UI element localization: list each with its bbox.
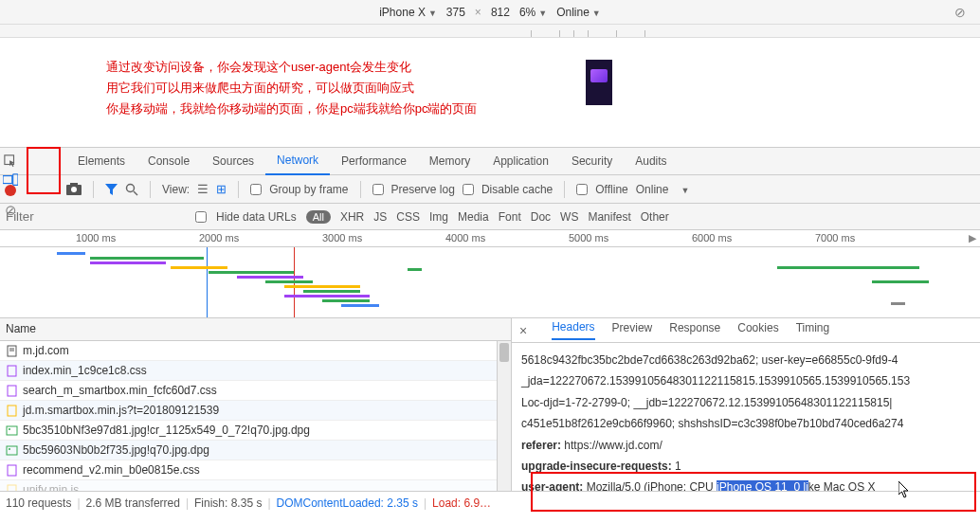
- css-icon: [6, 385, 18, 397]
- close-icon[interactable]: ×: [519, 323, 527, 338]
- img-icon: [6, 444, 18, 457]
- column-header-name[interactable]: Name: [0, 318, 511, 341]
- filter-css[interactable]: CSS: [396, 210, 420, 224]
- c451-line: c451e51b8f2612e9cb66f9960; shshshsID=c3c…: [521, 414, 971, 433]
- js-icon: [6, 484, 18, 492]
- list-view-icon[interactable]: ☰: [197, 182, 209, 196]
- group-by-frame-checkbox[interactable]: [250, 184, 262, 195]
- filter-media[interactable]: Media: [458, 210, 489, 224]
- record-button[interactable]: [5, 185, 16, 196]
- headers-body[interactable]: 5618c9432fbc35bc2bde7cd6638c263d92ba62; …: [512, 343, 980, 491]
- filter-all[interactable]: All: [306, 210, 331, 224]
- referer-line: referer: https://www.jd.com/: [521, 436, 971, 455]
- filter-manifest[interactable]: Manifest: [588, 210, 630, 224]
- viewport-height[interactable]: 812: [491, 6, 510, 19]
- filter-bar: Hide data URLs All XHR JS CSS Img Media …: [0, 204, 980, 230]
- scrollbar[interactable]: [497, 341, 511, 491]
- dimension-separator: ×: [475, 6, 481, 19]
- css-icon: [6, 464, 18, 477]
- time-axis: 1000 ms 2000 ms 3000 ms 4000 ms 5000 ms …: [0, 230, 980, 247]
- filter-js[interactable]: JS: [373, 210, 387, 224]
- filter-xhr[interactable]: XHR: [340, 210, 364, 224]
- svg-point-6: [127, 184, 135, 191]
- group-by-frame-label: Group by frame: [269, 183, 348, 196]
- tab-audits[interactable]: Audits: [624, 147, 678, 175]
- doc-icon: [6, 345, 18, 357]
- tab-timing[interactable]: Timing: [796, 321, 830, 339]
- tab-network[interactable]: Network: [265, 147, 330, 175]
- tab-console[interactable]: Console: [136, 147, 201, 175]
- request-row[interactable]: 5bc3510bNf3e97d81.jpg!cr_1125x549_0_72!q…: [0, 421, 497, 441]
- annotation-text: 通过改变访问设备，你会发现这个user-agent会发生变化 用它我们可以用来做…: [106, 57, 477, 119]
- request-row[interactable]: m.jd.com: [0, 341, 497, 361]
- panel-tabs: Elements Console Sources Network Perform…: [0, 147, 980, 175]
- ruler: [0, 25, 980, 38]
- filter-icon[interactable]: [105, 184, 118, 195]
- jda-line: _jda=122270672.1539910564830112211​5815.…: [521, 371, 971, 390]
- tab-elements[interactable]: Elements: [66, 147, 136, 175]
- details-tabs: × Headers Preview Response Cookies Timin…: [512, 318, 980, 343]
- filter-img[interactable]: Img: [429, 210, 448, 224]
- request-list-pane: Name m.jd.com index.min_1c9ce1c8.css sea…: [0, 318, 512, 491]
- tab-cookies[interactable]: Cookies: [737, 321, 778, 339]
- request-row[interactable]: recommend_v2.min_b0e0815e.css: [0, 460, 497, 480]
- waterfall[interactable]: [0, 247, 980, 318]
- request-row[interactable]: jd.m.smartbox.min.js?t=201809121539: [0, 401, 497, 421]
- camera-icon[interactable]: [66, 183, 82, 195]
- grid-view-icon[interactable]: ⊞: [216, 182, 227, 196]
- hide-data-urls-label: Hide data URLs: [216, 210, 297, 224]
- highlight-box-1: [27, 147, 61, 194]
- filter-other[interactable]: Other: [641, 210, 669, 224]
- rotate-icon[interactable]: ⊘: [954, 5, 966, 20]
- inspect-icon[interactable]: [4, 154, 17, 168]
- split-pane: Name m.jd.com index.min_1c9ce1c8.css sea…: [0, 318, 980, 491]
- tab-security[interactable]: Security: [560, 147, 624, 175]
- tab-application[interactable]: Application: [481, 147, 560, 175]
- request-row[interactable]: index.min_1c9ce1c8.css: [0, 361, 497, 381]
- throttle-select-2[interactable]: Online ▼: [636, 183, 690, 196]
- tab-sources[interactable]: Sources: [201, 147, 265, 175]
- disable-cache-checkbox[interactable]: [463, 184, 474, 195]
- page-thumbnail: [586, 60, 612, 105]
- svg-rect-4: [70, 183, 78, 186]
- request-row[interactable]: search_m_smartbox.min_fcfc60d7.css: [0, 381, 497, 401]
- preserve-log-checkbox[interactable]: [372, 184, 384, 195]
- view-label: View:: [162, 183, 190, 196]
- device-toolbar: iPhone X▼ 375 × 812 6%▼ Online▼ ⊘: [0, 0, 980, 25]
- tab-response[interactable]: Response: [669, 321, 720, 339]
- status-dcl: DOMContentLoaded: 2.35 s: [277, 496, 418, 510]
- filter-doc[interactable]: Doc: [531, 210, 551, 224]
- tab-headers[interactable]: Headers: [552, 320, 594, 340]
- viewport-width[interactable]: 375: [446, 6, 465, 19]
- details-pane: × Headers Preview Response Cookies Timin…: [512, 318, 980, 491]
- svg-rect-16: [7, 446, 17, 455]
- request-row[interactable]: unify.min.js: [0, 480, 497, 491]
- svg-line-7: [134, 191, 137, 195]
- tab-performance[interactable]: Performance: [330, 147, 418, 175]
- request-row[interactable]: 5bc59603Nb0b2f735.jpg!q70.jpg.dpg: [0, 441, 497, 460]
- loc-line: Loc-djd=1-72-2799-0; __jdb=122270672.12.…: [521, 393, 971, 412]
- filter-input[interactable]: [6, 209, 119, 224]
- tab-preview[interactable]: Preview: [612, 321, 653, 339]
- tab-memory[interactable]: Memory: [418, 147, 481, 175]
- device-select[interactable]: iPhone X▼: [379, 6, 437, 19]
- viewport-area: 通过改变访问设备，你会发现这个user-agent会发生变化 用它我们可以用来做…: [0, 38, 980, 147]
- disable-cache-label: Disable cache: [481, 183, 553, 196]
- hide-data-urls-checkbox[interactable]: [195, 211, 207, 223]
- svg-point-5: [71, 187, 77, 192]
- request-rows[interactable]: m.jd.com index.min_1c9ce1c8.css search_m…: [0, 341, 497, 491]
- svg-rect-13: [8, 406, 16, 416]
- img-icon: [6, 424, 18, 437]
- clear-icon[interactable]: ⊘: [5, 202, 17, 219]
- svg-point-17: [9, 448, 10, 450]
- svg-rect-11: [8, 366, 16, 376]
- filter-ws[interactable]: WS: [560, 210, 578, 224]
- filter-font[interactable]: Font: [499, 210, 521, 224]
- offline-checkbox[interactable]: [576, 184, 588, 195]
- zoom-select[interactable]: 6%▼: [519, 6, 547, 19]
- status-finish: Finish: 8.35 s: [194, 496, 262, 510]
- svg-rect-14: [7, 426, 17, 435]
- throttle-select[interactable]: Online▼: [556, 6, 601, 19]
- search-icon[interactable]: [125, 183, 138, 196]
- svg-rect-12: [8, 386, 16, 396]
